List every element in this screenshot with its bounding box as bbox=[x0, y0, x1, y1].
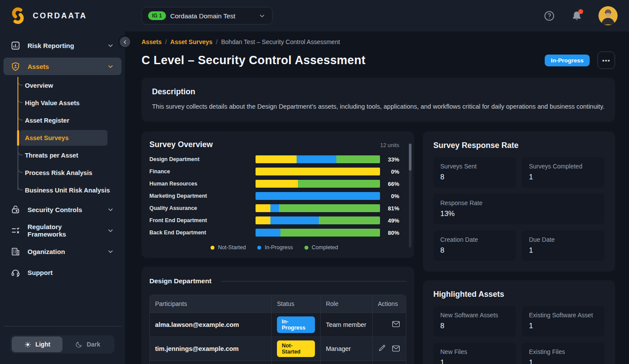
sidebar-subitem-label: Asset Surveys bbox=[25, 134, 69, 141]
sidebar-subitem-label: Business Unit Risk Analysis bbox=[25, 187, 110, 194]
sun-icon bbox=[24, 341, 31, 348]
sidebar-subitem-asset-register[interactable]: Asset Register bbox=[0, 112, 125, 129]
chevron-down-icon bbox=[107, 227, 114, 234]
chart-legend: Not-StartedIn-ProgressCompleted bbox=[149, 244, 399, 251]
stat-value: 1 bbox=[529, 246, 598, 254]
bar-segment-in-progress bbox=[270, 204, 279, 212]
stat-label: New Software Assets bbox=[440, 312, 509, 319]
status-pill: In-Progress bbox=[277, 316, 315, 333]
survey-overview-title: Survey Overview bbox=[149, 140, 213, 149]
sidebar-item-security-controls[interactable]: Security Controls bbox=[0, 199, 125, 220]
chart-category-label: Finance bbox=[149, 168, 256, 175]
legend-item-completed: Completed bbox=[304, 244, 338, 251]
tree-elbow bbox=[17, 150, 23, 155]
stacked-bar bbox=[256, 204, 380, 212]
actions-cell bbox=[372, 312, 406, 337]
legend-dot bbox=[304, 246, 308, 250]
sidebar-subitem-business-unit-risk-analysis[interactable]: Business Unit Risk Analysis bbox=[0, 182, 125, 199]
tree-elbow bbox=[17, 168, 23, 173]
breadcrumb-separator: / bbox=[216, 38, 218, 45]
column-header-actions: Actions bbox=[372, 295, 406, 312]
sidebar-nav: Risk ReportingAssetsOverviewHigh Value A… bbox=[0, 31, 125, 283]
sidebar-item-risk-reporting[interactable]: Risk Reporting bbox=[0, 35, 125, 56]
theme-light-button[interactable]: Light bbox=[12, 337, 62, 352]
sidebar-collapse-button[interactable] bbox=[118, 35, 131, 48]
chart-category-label: Design Department bbox=[149, 156, 256, 162]
chart-value-label: 80% bbox=[380, 230, 399, 236]
breadcrumb-item[interactable]: Asset Surveys bbox=[170, 38, 213, 45]
status-badge: In-Progress bbox=[545, 55, 590, 66]
chart-category-label: Quality Assurance bbox=[149, 205, 256, 211]
main-content: Assets/Asset Surveys/Bohdan Test – Secur… bbox=[125, 31, 629, 364]
description-card: Description This survey collects details… bbox=[142, 78, 615, 122]
sidebar-item-support[interactable]: Support bbox=[0, 262, 125, 283]
sidebar-subitem-label: Threats per Asset bbox=[25, 152, 78, 159]
sidebar-subitem-overview[interactable]: Overview bbox=[0, 77, 125, 94]
mail-action-icon[interactable] bbox=[391, 344, 401, 353]
column-header-role: Role bbox=[320, 295, 372, 312]
highlighted-assets-stats: New Software Assets8Existing Software As… bbox=[433, 306, 605, 364]
bar-segment-in-progress bbox=[270, 216, 319, 224]
legend-dot bbox=[211, 246, 214, 250]
stat-label: Creation Date bbox=[440, 236, 509, 243]
chart-row: Marketing Department0% bbox=[149, 190, 399, 202]
status-cell: Not-Started bbox=[271, 337, 320, 361]
stat-value: 1 bbox=[529, 173, 598, 181]
sidebar-item-assets[interactable]: Assets bbox=[3, 58, 121, 75]
sidebar-subitem-high-value-assets[interactable]: High Value Assets bbox=[0, 94, 125, 112]
stat-tile-due-date: Due Date1 bbox=[522, 230, 605, 261]
stacked-bar-chart: Design Department33%Finance0%Human Resou… bbox=[149, 153, 399, 239]
stat-label: Surveys Sent bbox=[440, 163, 509, 170]
edit-action-icon[interactable] bbox=[378, 344, 386, 353]
sidebar-item-label: Support bbox=[28, 269, 53, 276]
legend-label: In-Progress bbox=[265, 244, 293, 251]
description-heading: Description bbox=[152, 87, 605, 96]
legend-item-in-progress: In-Progress bbox=[257, 244, 293, 251]
bar-segment-in-progress bbox=[297, 155, 336, 163]
chart-row: Human Resources66% bbox=[149, 178, 399, 190]
notifications-bell-icon[interactable] bbox=[571, 10, 583, 22]
help-icon[interactable] bbox=[543, 10, 555, 22]
stat-label: New Files bbox=[440, 348, 509, 355]
user-avatar[interactable] bbox=[598, 6, 618, 25]
sidebar-subitem-process-risk-analysis[interactable]: Process Risk Analysis bbox=[0, 164, 125, 182]
chart-value-label: 49% bbox=[380, 217, 399, 224]
stat-value: 1 bbox=[529, 322, 598, 330]
participant-email: tim.jennings@example.com bbox=[150, 337, 271, 361]
more-actions-button[interactable]: ••• bbox=[598, 52, 615, 69]
sidebar-item-label: Assets bbox=[28, 63, 49, 70]
bar-chart-icon bbox=[10, 41, 21, 51]
ig-level-badge: IG 1 bbox=[148, 11, 166, 20]
stacked-bar bbox=[256, 229, 380, 237]
sidebar-subitem-asset-surveys[interactable]: Asset Surveys bbox=[0, 129, 125, 147]
participant-email: debra.holt@example.com bbox=[150, 361, 271, 364]
sidebar-item-label: Oganization bbox=[28, 248, 65, 255]
lock-icon bbox=[10, 205, 21, 215]
bar-segment-in-progress bbox=[256, 192, 380, 200]
chart-category-label: Marketing Department bbox=[149, 193, 256, 199]
breadcrumb-item[interactable]: Assets bbox=[142, 38, 162, 45]
app-window: CORDAATA IG 1 Cordaata Domain Test bbox=[0, 0, 629, 364]
sidebar-item-oganization[interactable]: Oganization bbox=[0, 241, 125, 262]
chevron-down-icon bbox=[107, 206, 114, 213]
highlighted-assets-card: Highlighted Assets New Software Assets8E… bbox=[423, 280, 615, 364]
domain-selector[interactable]: IG 1 Cordaata Domain Test bbox=[142, 7, 273, 24]
table-row: debra.holt@example.comCompletedTeam memb… bbox=[150, 361, 406, 364]
sidebar-subitem-threats-per-asset[interactable]: Threats per Asset bbox=[0, 147, 125, 164]
participants-table: ParticipantsStatusRoleActions alma.lawso… bbox=[149, 295, 406, 364]
survey-response-rate-heading: Survey Response Rate bbox=[433, 141, 605, 150]
bar-segment-completed bbox=[279, 204, 380, 212]
sidebar-item-regulatory-frameworks[interactable]: Regulatory Frameworks bbox=[0, 220, 125, 241]
status-pill: Not-Started bbox=[277, 340, 315, 357]
breadcrumb-separator: / bbox=[165, 38, 167, 45]
bar-segment-completed bbox=[336, 155, 380, 163]
mail-action-icon[interactable] bbox=[391, 319, 401, 329]
theme-dark-button[interactable]: Dark bbox=[62, 337, 113, 352]
legend-label: Completed bbox=[312, 244, 338, 251]
card-scrollbar-track[interactable] bbox=[409, 144, 411, 247]
card-scrollbar-thumb[interactable] bbox=[409, 144, 411, 171]
chart-value-label: 66% bbox=[380, 181, 399, 187]
tree-elbow bbox=[17, 185, 23, 190]
shield-icon bbox=[10, 62, 21, 72]
theme-dark-label: Dark bbox=[86, 341, 100, 348]
